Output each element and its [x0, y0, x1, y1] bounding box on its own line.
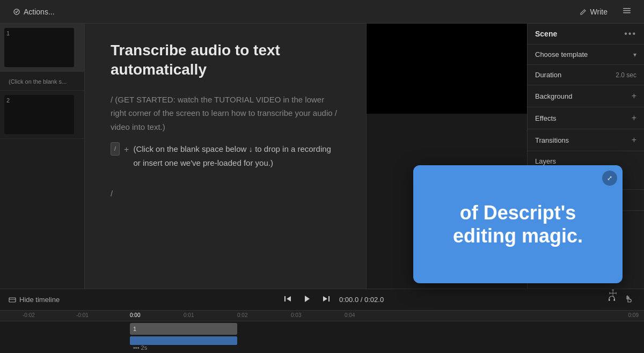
props-more-button[interactable]: ••• — [624, 29, 636, 39]
top-bar-left: Actions... — [9, 5, 59, 18]
svg-rect-3 — [623, 12, 631, 13]
duration-section[interactable]: Duration 2.0 sec — [528, 65, 644, 85]
overlay-card-text: of Descript's editing magic. — [426, 201, 610, 247]
expand-icon: ⤢ — [607, 174, 612, 182]
drag-handle[interactable]: ☩ — [609, 288, 617, 299]
editor-area: Transcribe audio to text automatically /… — [85, 24, 366, 289]
svg-marker-10 — [323, 296, 327, 301]
transitions-add-icon[interactable]: + — [632, 135, 636, 145]
chevron-down-icon: ▾ — [633, 51, 636, 58]
track-scene: 1 — [0, 323, 644, 335]
time-sep: / — [361, 296, 364, 304]
scene-label-blank: (Click on the blank s... — [4, 76, 71, 87]
hand-icon — [625, 295, 633, 303]
skip-back-icon — [283, 295, 292, 303]
actions-button[interactable]: Actions... — [9, 5, 59, 18]
skip-forward-button[interactable] — [320, 292, 333, 307]
timeline-center: 0:00.0 / 0:02.0 — [281, 292, 384, 307]
top-bar-center: Write — [575, 5, 635, 19]
hide-timeline-icon — [9, 296, 16, 304]
scene-thumb-2 — [4, 95, 74, 134]
svg-rect-11 — [328, 296, 330, 301]
effects-section[interactable]: Effects + — [528, 107, 644, 129]
top-bar: Actions... Write — [0, 0, 644, 24]
list-icon — [623, 7, 631, 14]
props-header: Scene ••• — [528, 24, 644, 45]
editor-content[interactable]: Transcribe audio to text automatically /… — [85, 24, 366, 289]
ruler-tick-3: 0:03 — [291, 312, 301, 318]
editor-line-1: / (GET STARTED: watch the TUTORIAL VIDEO… — [111, 93, 340, 134]
track-block-1[interactable]: 1 — [130, 323, 237, 335]
ruler-tick-9: 0:09 — [628, 312, 639, 318]
scene-number-2: 2 — [6, 97, 10, 104]
track-audio — [0, 336, 644, 345]
scene-item-blank[interactable]: (Click on the blank s... — [0, 72, 84, 91]
choose-template-row[interactable]: Choose template ▾ — [528, 45, 644, 65]
duration-value: 2.0 sec — [616, 71, 636, 79]
ruler-tick-neg1: -0:01 — [76, 312, 89, 318]
duration-label: Duration — [535, 71, 561, 79]
add-block-button[interactable]: + — [124, 142, 129, 157]
hide-timeline-button[interactable]: Hide timeline — [9, 296, 60, 304]
svg-rect-2 — [623, 10, 631, 11]
hide-timeline-label: Hide timeline — [19, 296, 60, 304]
effects-label: Effects — [535, 114, 557, 122]
hand-tool-button[interactable] — [623, 292, 635, 307]
background-section[interactable]: Background + — [528, 85, 644, 107]
scene-list: 1 (Click on the blank s... 2 — [0, 24, 85, 289]
timeline-left: Hide timeline — [9, 296, 60, 304]
duration-right: 2.0 sec — [616, 71, 636, 79]
video-preview — [367, 24, 527, 114]
expand-button[interactable]: ⤢ — [602, 171, 617, 186]
editor-title: Transcribe audio to text automatically — [111, 41, 340, 80]
overlay-card: ⤢ of Descript's editing magic. ☩ — [413, 165, 623, 283]
editor-line-drop: (Click on the blank space below ↓ to dro… — [133, 142, 340, 170]
timeline-ruler: -0:02 -0:01 0:00 0:01 0:02 0:03 0:04 0:0… — [0, 311, 644, 321]
background-add-icon[interactable]: + — [632, 91, 636, 101]
scene-thumb-1 — [4, 28, 74, 67]
props-title: Scene — [535, 30, 557, 38]
svg-marker-9 — [305, 296, 310, 302]
timeline-tracks: 1 ••• 2s — [0, 321, 644, 353]
timeline-area: Hide timeline 0:0 — [0, 289, 644, 353]
choose-template-label: Choose template — [535, 50, 588, 58]
scene-item-1[interactable]: 1 — [0, 24, 84, 72]
dots-label: ••• 2s — [133, 344, 147, 351]
svg-rect-6 — [9, 298, 16, 302]
actions-label: Actions... — [24, 8, 55, 16]
time-current: 0:00.0 — [339, 296, 358, 304]
scene-item-2[interactable]: 2 — [0, 91, 84, 139]
svg-rect-8 — [284, 296, 286, 301]
list-icon-button[interactable] — [618, 5, 635, 19]
play-button[interactable] — [301, 292, 313, 307]
time-display: 0:00.0 / 0:02.0 — [339, 296, 384, 304]
play-icon — [303, 295, 311, 303]
write-icon — [580, 8, 587, 16]
ruler-tick-4: 0:04 — [345, 312, 355, 318]
ruler-tick-2: 0:02 — [237, 312, 247, 318]
svg-rect-1 — [623, 8, 631, 9]
actions-icon — [13, 8, 20, 16]
skip-forward-icon — [322, 295, 331, 303]
timeline-controls: Hide timeline 0:0 — [0, 289, 644, 311]
effects-add-icon[interactable]: + — [632, 113, 636, 123]
slash-indicator: / — [111, 142, 120, 156]
write-label: Write — [590, 8, 608, 16]
transitions-section[interactable]: Transitions + — [528, 129, 644, 151]
ruler-tick-neg2: -0:02 — [23, 312, 35, 318]
editor-line-slash: / — [111, 187, 340, 201]
track-block-audio[interactable] — [130, 336, 237, 345]
ruler-tick-0: 0:00 — [130, 312, 140, 318]
skip-back-button[interactable] — [281, 292, 294, 307]
scene-number-1: 1 — [6, 30, 10, 36]
track-block-1-label: 1 — [133, 326, 136, 332]
editor-body[interactable]: / (GET STARTED: watch the TUTORIAL VIDEO… — [111, 93, 340, 201]
background-label: Background — [535, 92, 572, 100]
transitions-label: Transitions — [535, 136, 569, 144]
svg-marker-7 — [287, 296, 291, 301]
ruler-tick-1: 0:01 — [184, 312, 194, 318]
time-total: 0:02.0 — [364, 296, 384, 304]
write-button[interactable]: Write — [575, 5, 612, 18]
layers-header: Layers — [535, 157, 636, 165]
